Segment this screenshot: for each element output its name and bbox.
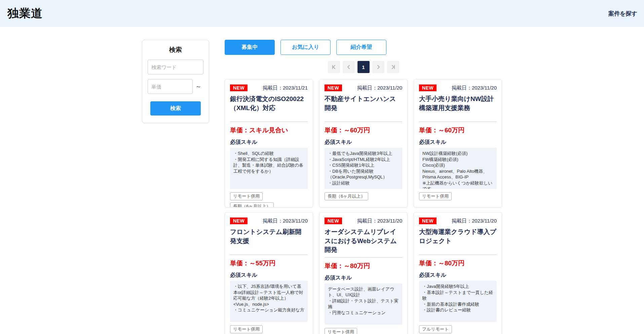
app-logo: 独業道	[7, 6, 43, 21]
skills-label: 必須スキル	[325, 274, 402, 281]
job-card[interactable]: NEW 掲載日：2023/11/21 銀行決済電文のISO20022（XML化）…	[225, 79, 313, 207]
tab-referral[interactable]: 紹介希望	[336, 40, 386, 55]
tags-row: リモート併用	[419, 192, 497, 200]
tag-pill: 長期（6ヶ月以上）	[230, 202, 274, 207]
posted-date: 掲載日：2023/11/20	[357, 85, 402, 91]
divider	[325, 122, 402, 122]
job-price: 単価：スキル見合い	[230, 126, 308, 135]
pagination: 1	[225, 61, 502, 73]
skills-box: ・最低でもJava開発経験3年以上 ・JavaScript/HTML経験2年以上…	[325, 148, 402, 189]
posted-date: 掲載日：2023/11/20	[452, 218, 497, 224]
new-badge: NEW	[419, 85, 437, 91]
new-badge: NEW	[230, 218, 248, 224]
job-price: 単価：～60万円	[419, 126, 497, 135]
card-top-row: NEW 掲載日：2023/11/20	[325, 85, 402, 91]
page-1-button[interactable]: 1	[357, 61, 370, 73]
tilde-label: ～	[195, 82, 201, 91]
last-page-button[interactable]	[387, 61, 399, 73]
content-layout: 検索 ～ 検索 募集中 お気に入り 紹介希望 1	[0, 27, 644, 334]
tag-pill: リモート併用	[230, 192, 263, 200]
tag-pill: 長期（6ヶ月以上）	[325, 192, 368, 200]
posted-date: 掲載日：2023/11/20	[357, 218, 402, 224]
card-top-row: NEW 掲載日：2023/11/21	[230, 85, 308, 91]
price-row: ～	[148, 79, 203, 94]
new-badge: NEW	[230, 85, 248, 91]
keyword-input[interactable]	[148, 60, 203, 74]
divider	[419, 255, 497, 255]
job-title: 大型海運業クラウド導入プロジェクト	[419, 228, 497, 252]
first-page-button[interactable]	[328, 61, 340, 73]
chevron-right-icon	[376, 64, 381, 70]
job-title: 大手小売り業向けNW設計構築運用支援業務	[419, 95, 497, 119]
job-card[interactable]: NEW 掲載日：2023/11/20 オーダシステムリプレイスにおけるWebシス…	[319, 212, 408, 334]
job-price: 単価：～55万円	[230, 259, 308, 268]
job-card[interactable]: NEW 掲載日：2023/11/20 大型海運業クラウド導入プロジェクト 単価：…	[414, 212, 502, 334]
posted-date: 掲載日：2023/11/20	[452, 85, 497, 91]
job-card[interactable]: NEW 掲載日：2023/11/20 不動産サイトエンハンス開発 単価：～60万…	[319, 79, 408, 207]
tag-pill: リモート併用	[230, 325, 263, 333]
job-card[interactable]: NEW 掲載日：2023/11/20 フロントシステム刷新開発支援 単価：～55…	[225, 212, 313, 334]
next-page-button[interactable]	[372, 61, 384, 73]
tags-row: リモート併用	[230, 325, 308, 333]
divider	[325, 257, 402, 258]
tag-pill: リモート併用	[325, 328, 357, 334]
search-panel-title: 検索	[148, 45, 203, 54]
search-panel: 検索 ～ 検索	[142, 40, 209, 123]
first-page-icon	[331, 64, 337, 70]
posted-date: 掲載日：2023/11/21	[263, 85, 308, 91]
job-title: 不動産サイトエンハンス開発	[325, 95, 402, 119]
job-title: 銀行決済電文のISO20022（XML化）対応	[230, 95, 308, 119]
divider	[230, 255, 308, 255]
card-top-row: NEW 掲載日：2023/11/20	[419, 85, 497, 91]
app-header: 独業道 案件を探す	[0, 0, 644, 27]
find-projects-link[interactable]: 案件を探す	[608, 10, 637, 18]
tab-favorites[interactable]: お気に入り	[280, 40, 331, 55]
prev-page-button[interactable]	[343, 61, 355, 73]
tags-row: フルリモート長期（6ヶ月以上）	[419, 325, 497, 334]
tab-recruiting[interactable]: 募集中	[225, 40, 275, 55]
job-card[interactable]: NEW 掲載日：2023/11/20 大手小売り業向けNW設計構築運用支援業務 …	[414, 79, 502, 207]
card-top-row: NEW 掲載日：2023/11/20	[230, 218, 308, 224]
job-price: 単価：～60万円	[325, 126, 402, 135]
skills-box: データベース設計、画面レイアウト、UI、UX設計 ・詳細設計・テスト設計、テスト…	[325, 283, 402, 325]
new-badge: NEW	[419, 218, 437, 224]
tags-row: リモート併用長期（6ヶ月以上）	[230, 192, 308, 207]
main-column: 募集中 お気に入り 紹介希望 1 NEW 掲載日：2023/11/21 銀行決	[225, 40, 502, 334]
job-card-grid: NEW 掲載日：2023/11/21 銀行決済電文のISO20022（XML化）…	[225, 79, 502, 334]
search-button[interactable]: 検索	[150, 101, 201, 115]
skills-box: ・以下、JS系言語/環境を用いて基本or詳細設計～テスト迄一人称で対応可能な方（…	[230, 281, 308, 322]
tags-row: 長期（6ヶ月以上）	[325, 192, 402, 200]
last-page-icon	[390, 64, 396, 70]
new-badge: NEW	[325, 85, 342, 91]
tag-pill: フルリモート	[419, 325, 452, 333]
skills-label: 必須スキル	[419, 272, 497, 279]
card-top-row: NEW 掲載日：2023/11/20	[325, 218, 402, 224]
posted-date: 掲載日：2023/11/20	[263, 218, 308, 224]
tags-row: リモート併用	[325, 328, 402, 334]
skills-label: 必須スキル	[230, 139, 308, 146]
chevron-left-icon	[346, 64, 351, 70]
divider	[230, 122, 308, 122]
tabs: 募集中 お気に入り 紹介希望	[225, 40, 502, 55]
job-title: フロントシステム刷新開発支援	[230, 228, 308, 252]
new-badge: NEW	[325, 218, 342, 224]
skills-label: 必須スキル	[419, 139, 497, 146]
job-title: オーダシステムリプレイスにおけるWebシステム開発	[325, 228, 402, 255]
skills-box: ・Shell、SQLの経験 ・開発工程に関する知識（詳細設計、製造・単体試験、結…	[230, 148, 308, 189]
job-price: 単価：～80万円	[419, 259, 497, 268]
job-price: 単価：～80万円	[325, 262, 402, 270]
skills-box: ・Java開発経験5年以上 ・基本設計～テストまで一貫した経験 ・新規の基本設計…	[419, 281, 497, 322]
divider	[419, 122, 497, 122]
price-input[interactable]	[148, 79, 193, 94]
skills-label: 必須スキル	[230, 272, 308, 279]
skills-label: 必須スキル	[325, 139, 402, 146]
skills-box: NW設計構築経験(必須) FW構築経験(必須) Cisco(必須) Nexus、…	[419, 148, 497, 189]
tag-pill: リモート併用	[419, 192, 452, 200]
card-top-row: NEW 掲載日：2023/11/20	[419, 218, 497, 224]
